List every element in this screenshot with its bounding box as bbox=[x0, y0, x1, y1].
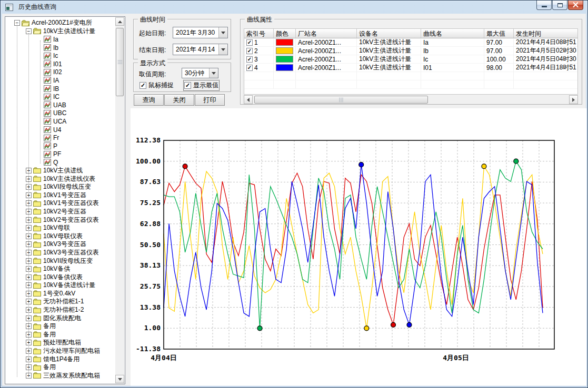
start-date-picker[interactable]: 2021年 3月30 bbox=[173, 27, 228, 38]
column-header[interactable]: 发生时间 bbox=[514, 29, 578, 38]
tree-item[interactable]: +馈电1P4备用 bbox=[6, 355, 115, 363]
tree-item[interactable]: +10kV3号变压器仪表 bbox=[6, 249, 115, 257]
maximize-button[interactable] bbox=[552, 1, 567, 10]
column-header[interactable]: 厂站名 bbox=[296, 29, 357, 38]
tree-item[interactable]: IB bbox=[6, 85, 115, 93]
end-date-picker[interactable]: 2021年 4月14 bbox=[173, 44, 228, 55]
column-header[interactable]: 最大值 bbox=[484, 29, 514, 38]
tree-item[interactable]: +三效蒸发系统配电箱 bbox=[6, 372, 115, 380]
tree-item[interactable]: +10kVI段母线压变 bbox=[6, 183, 115, 191]
arrow-up-icon bbox=[118, 18, 122, 23]
tree-item[interactable]: +固化系统配电 bbox=[6, 314, 115, 322]
tree-item[interactable]: +10kV主供进线 bbox=[6, 167, 115, 175]
show-extremes-checkbox[interactable]: ✓ 显示最值 bbox=[184, 81, 218, 90]
close-icon bbox=[573, 2, 579, 8]
tree-item[interactable]: UAB bbox=[6, 101, 115, 109]
scrollbar-thumb[interactable] bbox=[116, 28, 124, 96]
tree-item-label: Ic bbox=[53, 52, 58, 59]
curve-time-group: 曲线时间 起始日期: 2021年 3月30 结束日期: 2021年 4月14 bbox=[133, 19, 231, 59]
period-dropdown-button[interactable] bbox=[209, 68, 218, 78]
tree-item[interactable]: +1号变0.4kV bbox=[6, 290, 115, 298]
tree-item[interactable]: +无功补偿柜1-1 bbox=[6, 298, 115, 306]
mouse-capture-checkbox[interactable]: ✓ 鼠标捕捉 bbox=[139, 81, 174, 90]
tree-item[interactable]: Fr bbox=[6, 134, 115, 142]
tree-item[interactable]: +10kV2号变压器仪表 bbox=[6, 216, 115, 224]
folder-icon bbox=[33, 217, 41, 223]
row-checkbox[interactable]: ✓ bbox=[246, 56, 253, 63]
row-checkbox[interactable]: ✓ bbox=[246, 65, 253, 71]
tree-item[interactable]: IC bbox=[6, 93, 115, 101]
folder-icon bbox=[33, 372, 41, 379]
empty-cell bbox=[244, 72, 274, 80]
tree-item[interactable]: Q bbox=[6, 158, 115, 167]
folder-icon bbox=[33, 315, 41, 321]
scrollbar-thumb[interactable] bbox=[254, 96, 428, 104]
tree-item[interactable]: −Acrel-2000Z1#变电所 bbox=[6, 19, 115, 27]
max-marker-Ib bbox=[482, 164, 486, 169]
folder-icon bbox=[33, 340, 41, 346]
column-header[interactable]: 曲线名 bbox=[421, 29, 484, 38]
scroll-right-button[interactable] bbox=[569, 95, 578, 104]
table-empty-row bbox=[244, 72, 577, 80]
tree-item[interactable]: +10kVII段母线压变 bbox=[6, 257, 115, 265]
scroll-left-button[interactable] bbox=[244, 95, 253, 104]
column-header[interactable]: 索引号 bbox=[244, 29, 274, 38]
tree-item[interactable]: +10kV备供进线计量 bbox=[6, 281, 115, 290]
period-combobox[interactable]: 30分钟 bbox=[182, 68, 218, 78]
close-dialog-button[interactable]: 关闭 bbox=[164, 94, 194, 106]
table-row[interactable]: ✓4Acrel-2000Z1...10kV主供进线计量I0198.002021年… bbox=[244, 64, 577, 72]
tree-item[interactable]: U4 bbox=[6, 126, 115, 134]
tree-item[interactable]: P bbox=[6, 142, 115, 150]
tree-item[interactable]: Ia bbox=[6, 35, 115, 44]
tree-item[interactable]: +无功补偿柜1-2 bbox=[6, 306, 115, 314]
tree-item[interactable]: −10kV主供进线计量 bbox=[6, 27, 115, 36]
tree-item[interactable]: Ic bbox=[6, 52, 115, 60]
device-cell: 10kV主供进线计量 bbox=[357, 55, 421, 64]
tree-item[interactable]: +备用 bbox=[6, 331, 115, 339]
tree-item[interactable]: Ib bbox=[6, 44, 115, 52]
tree-vertical-scrollbar[interactable] bbox=[115, 17, 124, 383]
tree-item[interactable]: PF bbox=[6, 150, 115, 159]
tree-item[interactable]: I02 bbox=[6, 68, 115, 77]
tree-item[interactable]: +预处理配电箱 bbox=[6, 339, 115, 347]
tree-item[interactable]: +10kV母联 bbox=[6, 224, 115, 232]
end-date-dropdown-button[interactable] bbox=[218, 44, 227, 55]
tree-item-label: 三效蒸发系统配电箱 bbox=[43, 371, 100, 380]
tree-item[interactable]: +备用 bbox=[6, 363, 115, 372]
scroll-down-button[interactable] bbox=[115, 375, 124, 383]
tree-item[interactable]: +污水处理车间配电箱 bbox=[6, 347, 115, 355]
table-row[interactable]: ✓3Acrel-2000Z1...10kV主供进线计量Ic100.002021年… bbox=[244, 55, 577, 64]
table-row[interactable]: ✓1Acrel-2000Z1...10kV主供进线计量Ia97.002021年4… bbox=[244, 38, 577, 47]
tree-item[interactable]: +10kV备供仪表 bbox=[6, 273, 115, 281]
column-header[interactable]: 颜色 bbox=[274, 29, 296, 38]
start-date-dropdown-button[interactable] bbox=[218, 27, 227, 38]
folder-icon bbox=[33, 348, 41, 354]
row-checkbox[interactable]: ✓ bbox=[246, 48, 253, 54]
table-row[interactable]: ✓2Acrel-2000Z1...10kV主供进线计量Ib97.002021年4… bbox=[244, 47, 577, 55]
tree-item[interactable]: I01 bbox=[6, 60, 115, 68]
tree-item[interactable]: +10kV2号变压器 bbox=[6, 208, 115, 216]
tree-item[interactable]: +10kV主供进线仪表 bbox=[6, 175, 115, 183]
empty-cell bbox=[357, 72, 421, 80]
tree-item[interactable]: +10kV1号变压器仪表 bbox=[6, 199, 115, 208]
row-index-cell: ✓4 bbox=[244, 64, 274, 72]
tree-item[interactable]: UBC bbox=[6, 109, 115, 118]
query-button[interactable]: 查询 bbox=[134, 94, 164, 106]
print-button[interactable]: 打印 bbox=[195, 94, 225, 106]
row-checkbox[interactable]: ✓ bbox=[246, 39, 253, 46]
column-header[interactable]: 设备名 bbox=[357, 29, 421, 38]
table-horizontal-scrollbar[interactable] bbox=[244, 95, 578, 104]
min-marker-Ib bbox=[364, 326, 369, 331]
tree-item[interactable]: +10kV备供 bbox=[6, 265, 115, 273]
scroll-up-button[interactable] bbox=[115, 17, 124, 26]
tree-item[interactable]: UCA bbox=[6, 117, 115, 126]
tree-item[interactable]: IA bbox=[6, 76, 115, 85]
tree-item[interactable]: +10kV1号变压器 bbox=[6, 191, 115, 199]
tree-item[interactable]: +10kV3号变压器 bbox=[6, 240, 115, 249]
tree-item[interactable]: +备用 bbox=[6, 322, 115, 331]
close-button[interactable] bbox=[568, 1, 583, 10]
tree-item[interactable]: +10kV母联仪表 bbox=[6, 232, 115, 240]
title-bar[interactable]: 历史曲线查询 bbox=[1, 1, 587, 14]
y-axis-label: 50.50 bbox=[140, 241, 161, 249]
minimize-button[interactable] bbox=[536, 1, 552, 10]
